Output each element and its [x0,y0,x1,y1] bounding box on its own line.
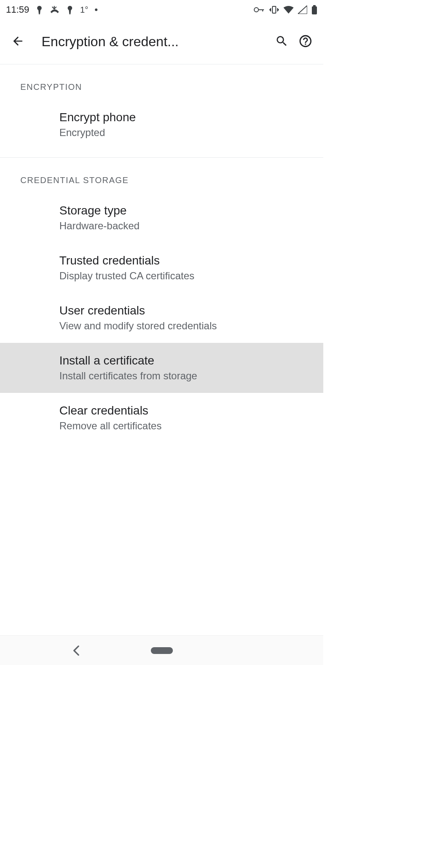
item-clear-credentials[interactable]: Clear credentials Remove all certificate… [0,393,323,443]
item-install-certificate[interactable]: Install a certificate Install certificat… [0,343,323,393]
item-storage-type[interactable]: Storage type Hardware-backed [0,193,323,243]
item-title: User credentials [59,304,303,317]
section-encryption: Encryption Encrypt phone Encrypted [0,64,323,158]
arrow-back-icon [11,34,25,49]
cellular-signal-icon [298,6,307,14]
page-title: Encryption & credent... [42,34,270,50]
dot-icon [95,8,97,11]
help-icon [298,34,313,50]
item-title: Clear credentials [59,404,303,417]
item-title: Storage type [59,204,303,217]
battery-icon [311,5,317,14]
status-time: 11:59 [6,4,29,15]
item-title: Encrypt phone [59,111,303,124]
item-subtitle: Hardware-backed [59,220,303,232]
svg-rect-4 [262,9,263,11]
vpn-key-icon [254,7,265,13]
search-button[interactable] [270,30,294,54]
item-subtitle: Encrypted [59,127,303,139]
app-bar: Encryption & credent... [0,19,323,64]
system-nav-bar [0,635,323,665]
keyhole-icon [67,5,73,14]
nav-back-button[interactable] [68,642,85,659]
chevron-left-icon [72,645,80,656]
wifi-icon [283,6,294,14]
back-button[interactable] [6,30,30,54]
status-bar: 11:59 1° [0,0,323,19]
item-user-credentials[interactable]: User credentials View and modify stored … [0,293,323,343]
temperature-notification-icon: 1° [80,5,88,15]
section-credential-storage: Credential storage Storage type Hardware… [0,158,323,451]
missed-call-icon [50,6,60,14]
search-icon [275,34,289,49]
svg-point-2 [254,8,258,12]
item-title: Install a certificate [59,354,303,367]
help-button[interactable] [294,30,317,54]
section-header-credential-storage: Credential storage [0,158,323,193]
item-subtitle: View and modify stored credentials [59,320,303,332]
item-subtitle: Remove all certificates [59,420,303,432]
item-title: Trusted credentials [59,254,303,267]
svg-rect-5 [272,6,276,13]
svg-rect-7 [313,5,316,7]
item-subtitle: Install certificates from storage [59,370,303,382]
section-header-encryption: Encryption [0,64,323,100]
keyhole-icon [36,5,43,14]
item-subtitle: Display trusted CA certificates [59,270,303,282]
vibrate-icon [269,6,279,14]
svg-rect-6 [312,6,317,14]
item-encrypt-phone[interactable]: Encrypt phone Encrypted [0,100,323,150]
content-scroll[interactable]: Encryption Encrypt phone Encrypted Crede… [0,64,323,635]
nav-home-pill[interactable] [151,647,173,654]
item-trusted-credentials[interactable]: Trusted credentials Display trusted CA c… [0,243,323,293]
